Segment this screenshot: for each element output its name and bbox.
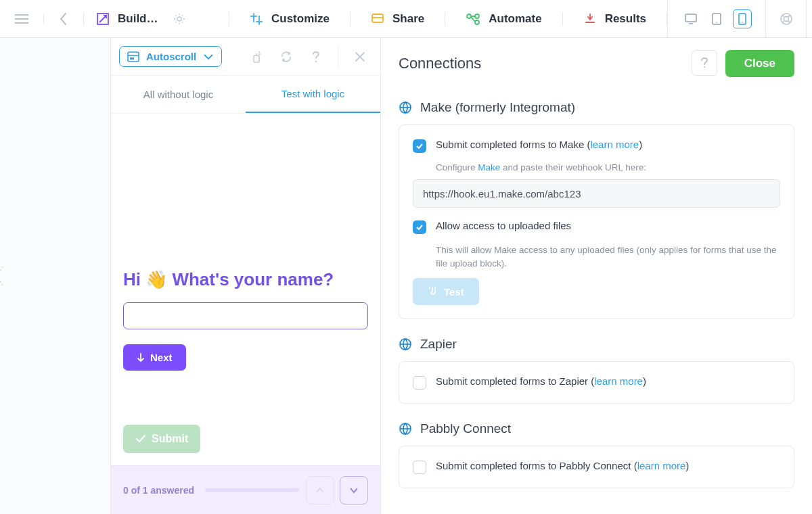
- device-tablet-button[interactable]: [707, 9, 726, 28]
- refresh-icon: [280, 51, 292, 63]
- pabbly-submit-label: Submit completed forms to Pabbly Connect…: [436, 460, 689, 471]
- desktop-icon: [685, 14, 697, 24]
- make-allow-desc: This will allow Make access to any uploa…: [436, 243, 780, 270]
- main-area: Autoscroll All without logic Test with l…: [0, 38, 812, 514]
- make-allow-checkbox[interactable]: [413, 220, 426, 234]
- make-config-text: Configure Make and paste their webhook U…: [436, 162, 780, 172]
- svg-point-9: [475, 14, 479, 18]
- tap-icon: [428, 285, 438, 298]
- make-test-button[interactable]: Test: [413, 278, 479, 305]
- tab-automate[interactable]: Automate: [445, 12, 562, 26]
- back-button[interactable]: [44, 12, 84, 26]
- svg-rect-20: [130, 57, 134, 60]
- preview-toolbar: Autoscroll: [111, 38, 380, 76]
- zapier-submit-checkbox[interactable]: [413, 376, 426, 390]
- make-webhook-input[interactable]: [413, 179, 780, 208]
- panel-header: Connections Close: [381, 38, 812, 77]
- section-pabbly-head: Pabbly Connect: [399, 421, 794, 436]
- progress-bar: [205, 488, 299, 492]
- spray-tool-button[interactable]: [244, 50, 269, 64]
- help-button[interactable]: [304, 50, 328, 64]
- close-button[interactable]: Close: [725, 50, 794, 77]
- topbar-right: [667, 0, 812, 37]
- autoscroll-label: Autoscroll: [146, 51, 196, 62]
- tab-customize[interactable]: Customize: [229, 12, 351, 26]
- support-button[interactable]: [766, 0, 807, 37]
- zapier-submit-row: Submit completed forms to Zapier (learn …: [413, 375, 780, 390]
- check-icon: [135, 434, 146, 444]
- tab-results-label: Results: [605, 12, 646, 26]
- tab-results[interactable]: Results: [563, 12, 667, 26]
- tab-test-with-logic[interactable]: Test with logic: [246, 76, 380, 113]
- svg-point-22: [315, 60, 317, 62]
- close-icon: [355, 51, 365, 62]
- hamburger-menu-button[interactable]: [0, 14, 44, 24]
- section-make-head: Make (formerly Integromat): [399, 100, 794, 115]
- device-desktop-button[interactable]: [681, 9, 700, 28]
- progress-text: 0 of 1 answered: [123, 485, 194, 496]
- lifebuoy-icon: [780, 12, 793, 26]
- question-icon: [311, 50, 321, 64]
- zapier-submit-label: Submit completed forms to Zapier (learn …: [436, 375, 646, 387]
- device-mobile-button[interactable]: [733, 9, 752, 28]
- next-label: Next: [150, 352, 173, 363]
- close-preview-button[interactable]: [348, 51, 372, 62]
- mobile-icon: [738, 13, 746, 25]
- tab-share-label: Share: [392, 12, 424, 26]
- check-icon: [415, 224, 424, 231]
- share-icon: [371, 13, 384, 25]
- panel-help-button[interactable]: [692, 50, 717, 76]
- svg-point-13: [716, 22, 717, 23]
- tab-share[interactable]: Share: [351, 12, 445, 26]
- preview-footer: 0 of 1 answered: [111, 465, 380, 514]
- gear-icon[interactable]: [173, 13, 185, 25]
- prev-question-button[interactable]: [306, 476, 334, 505]
- make-learn-more-link[interactable]: learn more: [590, 139, 639, 150]
- name-input[interactable]: [123, 302, 368, 329]
- panel-title: Connections: [399, 55, 481, 72]
- tab-all-without-logic[interactable]: All without logic: [111, 76, 246, 113]
- panel-body: Make (formerly Integromat) Submit comple…: [381, 77, 812, 514]
- spray-icon: [250, 50, 263, 64]
- automate-icon: [466, 13, 480, 25]
- svg-point-8: [467, 14, 471, 18]
- arrow-down-icon: [137, 353, 145, 363]
- section-zapier-head: Zapier: [399, 337, 794, 352]
- autoscroll-dropdown[interactable]: Autoscroll: [119, 46, 222, 67]
- tab-build-label: Build…: [118, 12, 165, 26]
- svg-point-4: [177, 17, 181, 21]
- section-zapier-title: Zapier: [420, 337, 457, 352]
- divider: [338, 45, 338, 68]
- svg-point-10: [475, 20, 479, 24]
- pabbly-learn-more-link[interactable]: learn more: [637, 460, 686, 471]
- globe-icon: [399, 422, 412, 436]
- submit-button[interactable]: Submit: [123, 425, 200, 453]
- tab-automate-label: Automate: [489, 12, 541, 26]
- refresh-button[interactable]: [274, 51, 298, 63]
- submit-label: Submit: [152, 433, 188, 445]
- section-pabbly-title: Pabbly Connect: [420, 421, 511, 436]
- account-button[interactable]: [807, 0, 812, 37]
- svg-rect-19: [128, 52, 139, 62]
- make-submit-checkbox[interactable]: [413, 139, 426, 153]
- preview-panel: Autoscroll All without logic Test with l…: [110, 38, 381, 514]
- hamburger-icon: [15, 14, 28, 24]
- form-preview: Hi 👋 What's your name? Next Submit: [111, 114, 380, 465]
- drag-handle-icon[interactable]: [0, 262, 5, 289]
- next-question-button[interactable]: [340, 476, 368, 505]
- chevron-up-icon: [315, 487, 325, 494]
- svg-point-6: [258, 20, 260, 22]
- results-icon: [583, 13, 597, 25]
- zapier-learn-more-link[interactable]: learn more: [594, 375, 643, 387]
- svg-point-15: [742, 22, 743, 23]
- footer-nav: [306, 476, 368, 505]
- pabbly-submit-checkbox[interactable]: [413, 461, 426, 474]
- tab-build[interactable]: Build…: [84, 12, 229, 26]
- make-config-link[interactable]: Make: [478, 162, 500, 172]
- question-text: Hi 👋 What's your name?: [123, 268, 368, 291]
- globe-icon: [399, 337, 412, 351]
- zapier-card: Submit completed forms to Zapier (learn …: [399, 361, 794, 404]
- next-button[interactable]: Next: [123, 344, 186, 371]
- make-allow-label: Allow access to uploaded files: [436, 220, 571, 231]
- svg-point-23: [704, 66, 705, 68]
